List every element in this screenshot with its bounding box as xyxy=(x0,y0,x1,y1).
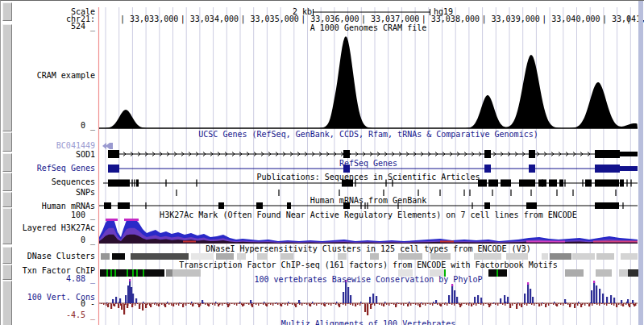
conservation-track[interactable] xyxy=(99,279,638,315)
position-tick: | xyxy=(626,15,631,23)
cram-max-label: 524 _ xyxy=(71,23,95,30)
title-h3k27ac: H3K27Ac Mark (Often Found Near Active Re… xyxy=(99,211,638,219)
title-cons: 100 vertebrates Basewise Conservation by… xyxy=(99,276,638,283)
layered-h3k27ac-track[interactable] xyxy=(99,219,638,244)
gene-label-sod1[interactable]: SOD1 xyxy=(76,151,95,158)
track-label-txn[interactable]: Txn Factor ChIP xyxy=(23,267,95,274)
cons-zero-label: 0 - xyxy=(81,300,95,307)
track-drag-handle[interactable] xyxy=(2,247,12,264)
position-tick: | 33,038,000 xyxy=(422,15,480,23)
track-drag-handle[interactable] xyxy=(2,24,12,131)
position-tick: | 33,040,000 xyxy=(542,15,600,23)
cram-coverage-track[interactable] xyxy=(99,36,638,128)
gene-item-sod1[interactable] xyxy=(108,150,638,158)
track-label-cram[interactable]: CRAM example xyxy=(37,72,95,79)
position-tick: | 33,034,000 xyxy=(181,15,239,23)
gene-item-bc041449[interactable] xyxy=(102,143,113,149)
track-drag-handle[interactable] xyxy=(2,132,12,152)
title-publications: Publications: Sequences in Scientific Ar… xyxy=(99,173,638,181)
track-drag-handle[interactable] xyxy=(2,208,12,244)
position-tick: | 33,033,000 xyxy=(120,15,178,23)
title-dnase: DNaseI Hypersensitivity Clusters in 125 … xyxy=(99,245,638,252)
title-refseq: RefSeq Genes xyxy=(99,160,638,167)
h3k-min-label: 0 _ xyxy=(81,236,95,244)
title-ucsc-genes: UCSC Genes (RefSeq, GenBank, CCDS, Rfam,… xyxy=(99,131,638,138)
track-drag-handle[interactable] xyxy=(2,265,12,280)
gene-label-bc041449[interactable]: BC041449 xyxy=(56,142,95,149)
cram-min-label: 0 _ xyxy=(81,122,95,129)
track-label-mrnas[interactable]: Human mRNAs xyxy=(42,202,95,210)
track-drag-handle[interactable] xyxy=(2,192,12,207)
track-label-sequences[interactable]: Sequences xyxy=(52,178,95,185)
track-drag-handle[interactable] xyxy=(2,153,12,172)
dnase-clusters-track[interactable] xyxy=(101,253,638,260)
title-multiz: Multiz Alignments of 100 Vertebrates xyxy=(99,320,638,325)
position-tick: | 33,035,000 xyxy=(241,15,299,23)
title-txn: Transcription Factor ChIP-seq (161 facto… xyxy=(99,261,638,269)
title-cram: A 1000 Genomes CRAM file xyxy=(99,24,638,31)
position-tick: | 33,036,000 xyxy=(301,15,359,23)
position-tick: | 33,039,000 xyxy=(482,15,540,23)
track-label-snps[interactable]: SNPs xyxy=(76,189,95,196)
cons-min-label: -4.5 _ xyxy=(66,311,95,319)
track-label-refseq[interactable]: RefSeq Genes xyxy=(37,165,95,172)
title-mrnas: Human mRNAs from GenBank xyxy=(99,197,638,204)
track-label-dnase[interactable]: DNase Clusters xyxy=(27,252,95,260)
track-drag-handle[interactable] xyxy=(2,2,12,21)
track-label-h3k27ac[interactable]: Layered H3K27Ac xyxy=(23,224,95,231)
genome-browser: Scale chr21: 524 _ CRAM example 0 _ BC04… xyxy=(0,0,644,325)
right-side-strip[interactable] xyxy=(638,1,643,325)
track-drag-handle[interactable] xyxy=(2,281,12,325)
track-drag-handle[interactable] xyxy=(2,173,12,191)
h3k-max-label: 100 _ xyxy=(71,211,95,219)
cons-max-label: 4.88 _ xyxy=(66,275,95,282)
position-tick: | 33,037,000 xyxy=(361,15,419,23)
